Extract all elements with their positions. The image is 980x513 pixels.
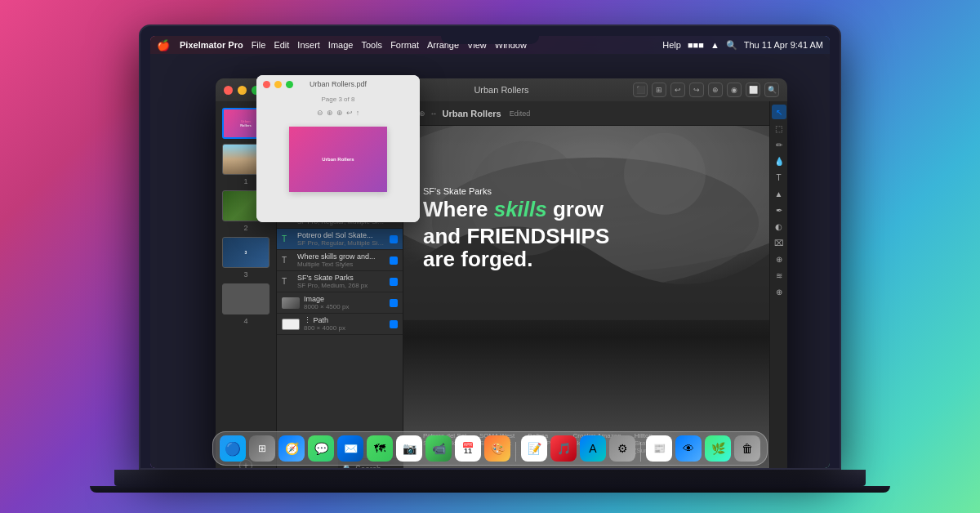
pdf-rotate[interactable]: ↩ xyxy=(346,109,353,117)
laptop: 🍎 Pixelmator Pro File Edit Insert Image … xyxy=(90,25,890,513)
shape-tool[interactable]: ▲ xyxy=(772,186,786,201)
dock-settings[interactable]: ⚙ xyxy=(609,435,635,462)
apple-menu[interactable]: 🍎 xyxy=(157,39,170,51)
pdf-page-count: Page 3 of 8 xyxy=(256,93,420,105)
menu-insert[interactable]: Insert xyxy=(297,40,320,50)
headline-line3: are forged. xyxy=(423,248,768,271)
layer-info: Image 8000 × 4500 px xyxy=(304,295,385,310)
dock-preview[interactable]: 👁 xyxy=(675,435,702,462)
type-tool[interactable]: T xyxy=(772,170,786,185)
pdf-share[interactable]: ↑ xyxy=(356,109,360,117)
toolbar-icon-2[interactable]: ⊞ xyxy=(652,83,666,97)
fit-controls[interactable]: ↔ xyxy=(430,109,438,118)
pdf-page-content: Urban Rollers xyxy=(289,127,387,192)
dock-facetime[interactable]: 📹 xyxy=(425,435,452,462)
pen-tool[interactable]: ✒ xyxy=(772,203,786,217)
toolbar-icon-4[interactable]: ↪ xyxy=(689,83,704,97)
dock-trash[interactable]: 🗑 xyxy=(734,435,760,462)
layer-item[interactable]: Image 8000 × 4500 px xyxy=(277,292,403,314)
toolbar-icon-3[interactable]: ↩ xyxy=(670,83,685,97)
menubar-datetime: Thu 11 Apr 9:41 AM xyxy=(744,40,823,50)
layer-name: Potrero del Sol Skate... xyxy=(297,231,385,239)
toolbar-icon-6[interactable]: ◉ xyxy=(727,83,742,97)
repair-tool[interactable]: ⌧ xyxy=(772,235,786,250)
headline-line2: and FRIENDSHIPS xyxy=(423,225,768,248)
thumbnail-page-4[interactable]: 4 xyxy=(219,283,273,325)
layer-name: SF's Skate Parks xyxy=(297,274,385,282)
menu-image[interactable]: Image xyxy=(328,40,354,50)
menu-tools[interactable]: Tools xyxy=(361,40,382,50)
cursor-tool[interactable]: ↖ xyxy=(772,105,786,119)
image-thumb xyxy=(282,297,300,309)
menu-help[interactable]: Help xyxy=(662,40,681,50)
dock-photos-filter[interactable]: 🌿 xyxy=(705,435,731,462)
canvas-toolbar: ⊖ ⊕ ↔ Urban Rollers Edited xyxy=(403,101,787,126)
menu-edit[interactable]: Edit xyxy=(274,40,289,50)
skate-content-text: SF's Skate Parks Where skills grow and F… xyxy=(403,126,787,468)
dock-photos[interactable]: 📷 xyxy=(396,435,422,462)
layer-item[interactable]: T SF's Skate Parks SF Pro, Medium, 268 p… xyxy=(277,271,403,292)
pdf-close[interactable] xyxy=(263,81,270,88)
layer-sub: SF Pro, Regular, Multiple Sizes xyxy=(297,239,385,247)
dock-calendar[interactable]: APR 11 xyxy=(455,435,481,462)
layer-visibility[interactable] xyxy=(390,320,398,328)
canvas-title: Urban Rollers xyxy=(443,109,501,118)
dock-divider-2 xyxy=(640,442,641,462)
pdf-window[interactable]: Urban Rollers.pdf Page 3 of 8 ⊖ ⊕ ⊕ ↩ ↑ xyxy=(256,75,420,222)
dock-music[interactable]: 🎵 xyxy=(550,435,577,462)
pdf-zoom[interactable]: ⊕ xyxy=(327,109,333,117)
layer-visibility[interactable] xyxy=(390,235,398,243)
canvas-content[interactable]: SF's Skate Parks Where skills grow and F… xyxy=(403,126,787,468)
app-menu-name[interactable]: Pixelmator Pro xyxy=(180,40,243,50)
layer-visibility[interactable] xyxy=(390,299,398,307)
dock-launchpad[interactable]: ⊞ xyxy=(249,435,275,462)
layer-info: SF's Skate Parks SF Pro, Medium, 268 px xyxy=(297,274,385,289)
dock-messages[interactable]: 💬 xyxy=(308,435,334,462)
zoom-tool[interactable]: ⊕ xyxy=(772,284,786,299)
toolbar-icon-7[interactable]: ⬜ xyxy=(746,83,760,97)
layer-item-selected[interactable]: T Potrero del Sol Skate... SF Pro, Regul… xyxy=(277,229,403,250)
dock-safari[interactable]: 🧭 xyxy=(278,435,305,462)
minimize-button[interactable] xyxy=(238,86,247,95)
layer-sub: 800 × 4000 px xyxy=(304,324,385,332)
pdf-nav-next[interactable]: ⊕ xyxy=(336,109,343,117)
layer-item[interactable]: T Where skills grow and... Multiple Text… xyxy=(277,250,403,271)
menu-format[interactable]: Format xyxy=(390,40,419,50)
pdf-fullscreen[interactable] xyxy=(286,81,293,88)
menu-file[interactable]: File xyxy=(252,40,266,50)
dock-news[interactable]: 📰 xyxy=(646,435,672,462)
gradient-tool[interactable]: ◐ xyxy=(772,219,786,234)
canvas-subtitle: Edited xyxy=(510,109,531,118)
dock-finder[interactable]: 🔵 xyxy=(220,435,246,462)
layer-name: Where skills grow and... xyxy=(297,252,385,261)
pdf-minimize[interactable] xyxy=(274,81,282,88)
eyedropper-tool[interactable]: 💧 xyxy=(772,154,786,168)
pdf-window-title: Urban Rollers.pdf xyxy=(310,80,367,88)
close-button[interactable] xyxy=(224,86,233,95)
laptop-base xyxy=(114,470,866,486)
dock-maps[interactable]: 🗺 xyxy=(367,435,393,462)
select-tool[interactable]: ⬚ xyxy=(772,121,786,136)
layer-name: ⋮ Path xyxy=(304,316,385,324)
dock-pixelmator[interactable]: 🎨 xyxy=(484,435,510,462)
path-thumb xyxy=(282,319,300,330)
toolbar-icon-8[interactable]: 🔍 xyxy=(764,83,779,97)
dock-appstore[interactable]: A xyxy=(580,435,606,462)
layer-visibility[interactable] xyxy=(390,278,398,286)
text-layer-icon: T xyxy=(282,277,293,286)
thumbnail-page-3[interactable]: 3 3 xyxy=(219,237,273,279)
paint-tool[interactable]: ✏ xyxy=(772,137,786,152)
clone-tool[interactable]: ⊕ xyxy=(772,252,786,266)
menubar-search[interactable]: 🔍 xyxy=(726,40,737,51)
macos-desktop: 🍎 Pixelmator Pro File Edit Insert Image … xyxy=(150,36,830,468)
toolbar-icon-5[interactable]: ⊕ xyxy=(708,83,723,97)
dock-reminders[interactable]: 📝 xyxy=(521,435,547,462)
layer-item[interactable]: ⋮ Path 800 × 4000 px xyxy=(277,314,403,335)
dock-mail[interactable]: ✉️ xyxy=(337,435,363,462)
layer-visibility[interactable] xyxy=(390,256,398,265)
smudge-tool[interactable]: ≋ xyxy=(772,268,786,283)
canvas-area[interactable]: ⊖ ⊕ ↔ Urban Rollers Edited xyxy=(403,101,787,468)
toolbar-icon-1[interactable]: ⬛ xyxy=(633,83,648,97)
pdf-nav-prev[interactable]: ⊖ xyxy=(317,109,323,117)
text-layer-icon: T xyxy=(282,234,293,243)
